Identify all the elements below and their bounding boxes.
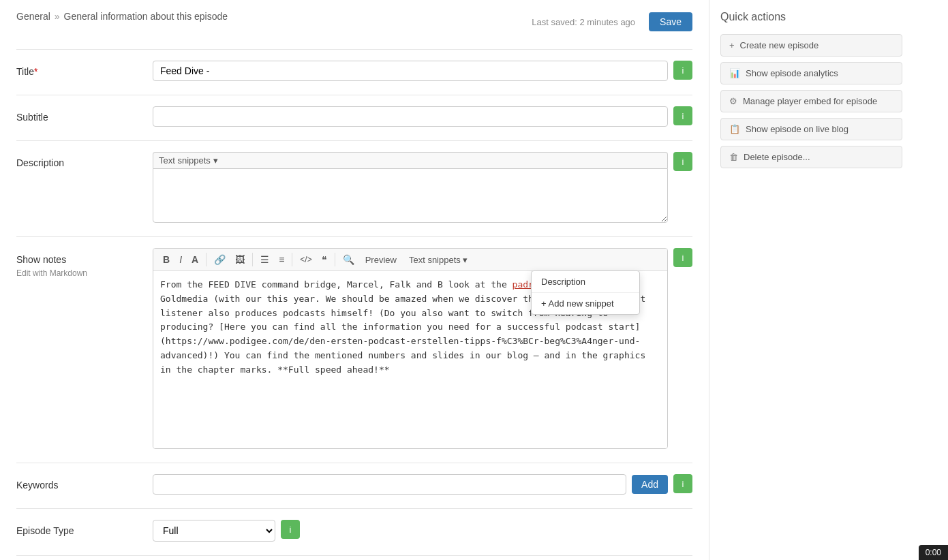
breadcrumb-link[interactable]: General [16, 11, 50, 22]
keywords-row: Keywords Add i [16, 463, 692, 495]
editor-toolbar: B I A 🔗 🖼 ☰ ≡ </> ❝ 🔍 Pre [153, 249, 667, 271]
sidebar: Quick actions + Create new episode 📊 Sho… [709, 0, 913, 560]
delete-episode-button[interactable]: 🗑 Delete episode... [720, 146, 902, 168]
episode-type-control-wrap: Full Trailer Bonus i [153, 520, 692, 542]
subtitle-row: Subtitle i [16, 95, 692, 127]
dropdown-add-snippet[interactable]: + Add new snippet [532, 292, 639, 314]
episode-type-row: Episode Type Full Trailer Bonus i [16, 508, 692, 542]
show-notes-label: Show notes Edit with Markdown [16, 248, 153, 278]
description-control-wrap: Text snippets ▾ i [153, 152, 692, 223]
code-button[interactable]: </> [296, 252, 316, 267]
episode-type-info-button[interactable]: i [281, 520, 300, 539]
live-blog-icon: 📋 [729, 124, 740, 134]
show-analytics-button[interactable]: 📊 Show episode analytics [720, 62, 902, 84]
title-info-button[interactable]: i [673, 61, 692, 80]
breadcrumb: General » General information about this… [16, 11, 228, 22]
toolbar-divider-4 [335, 253, 335, 266]
subtitle-label: Subtitle [16, 106, 153, 123]
title-input[interactable] [153, 61, 668, 81]
create-episode-button[interactable]: + Create new episode [720, 34, 902, 57]
title-control-wrap: i [153, 61, 692, 81]
keywords-label: Keywords [16, 474, 153, 491]
font-button[interactable]: A [187, 251, 202, 268]
description-wrap: Text snippets ▾ [153, 152, 668, 223]
toolbar-divider-1 [206, 253, 207, 266]
snippets-button[interactable]: Text snippets ▾ [403, 252, 473, 268]
number-row: Number i [16, 555, 692, 560]
description-snippets-button[interactable]: Text snippets ▾ [159, 155, 218, 166]
keywords-wrap: Add [153, 474, 668, 495]
manage-embed-button[interactable]: ⚙ Manage player embed for episode [720, 90, 902, 112]
description-row: Description Text snippets ▾ i [16, 140, 692, 223]
episode-type-select[interactable]: Full Trailer Bonus [153, 520, 275, 542]
description-textarea[interactable] [153, 168, 668, 223]
description-snippets-bar: Text snippets ▾ [153, 152, 668, 168]
title-label: Title* [16, 61, 153, 77]
image-button[interactable]: 🖼 [231, 251, 249, 268]
link-button[interactable]: 🔗 [210, 251, 230, 268]
keywords-input[interactable] [153, 474, 626, 495]
show-notes-editor: B I A 🔗 🖼 ☰ ≡ </> ❝ 🔍 Pre [153, 248, 668, 449]
episode-type-label: Episode Type [16, 520, 153, 536]
analytics-icon: 📊 [729, 68, 740, 78]
live-blog-button[interactable]: 📋 Show episode on live blog [720, 118, 902, 140]
subtitle-input[interactable] [153, 106, 668, 127]
toolbar-divider-2 [252, 253, 253, 266]
title-row: Title* i [16, 49, 692, 81]
list-ul-button[interactable]: ☰ [256, 251, 273, 268]
quote-button[interactable]: ❝ [318, 251, 331, 268]
gear-icon: ⚙ [729, 96, 737, 106]
show-notes-info-button[interactable]: i [673, 248, 692, 267]
dropdown-description-item[interactable]: Description [532, 271, 639, 292]
plus-icon: + [729, 40, 735, 50]
search-button[interactable]: 🔍 [339, 251, 358, 268]
quick-actions-title: Quick actions [720, 11, 902, 23]
show-notes-row: Show notes Edit with Markdown B I A 🔗 🖼 … [16, 236, 692, 449]
description-info-button[interactable]: i [673, 152, 692, 171]
show-notes-control-wrap: B I A 🔗 🖼 ☰ ≡ </> ❝ 🔍 Pre [153, 248, 692, 449]
breadcrumb-current: General information about this episode [64, 11, 228, 22]
breadcrumb-separator: » [55, 11, 60, 22]
italic-button[interactable]: I [175, 251, 186, 268]
preview-button[interactable]: Preview [360, 252, 402, 268]
toolbar-divider-3 [292, 253, 292, 266]
description-label: Description [16, 152, 153, 168]
subtitle-info-button[interactable]: i [673, 106, 692, 125]
last-saved-text: Last saved: 2 minutes ago [532, 17, 635, 27]
trash-icon: 🗑 [729, 152, 738, 162]
keywords-info-button[interactable]: i [673, 474, 692, 493]
list-ol-button[interactable]: ≡ [275, 251, 288, 268]
keywords-add-button[interactable]: Add [632, 475, 668, 494]
subtitle-control-wrap: i [153, 106, 692, 127]
save-button[interactable]: Save [649, 12, 692, 31]
snippets-dropdown: Description + Add new snippet [531, 270, 640, 315]
bottom-bar: 0:00 [919, 545, 948, 560]
keywords-control-wrap: Add i [153, 474, 692, 495]
bold-button[interactable]: B [159, 251, 174, 268]
